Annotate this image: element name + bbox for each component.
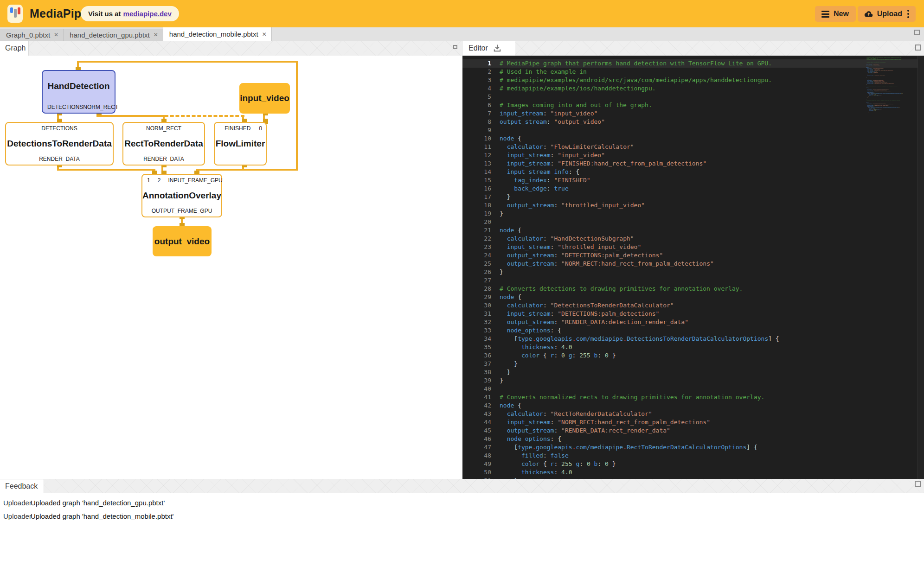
port-label: FINISHED bbox=[225, 125, 250, 132]
graph-node-output-video[interactable]: output_video bbox=[153, 226, 212, 256]
graph-node-input-video[interactable]: input_video bbox=[239, 83, 290, 114]
visit-text: Visit us at bbox=[88, 10, 121, 18]
graph-canvas[interactable]: HandDetection DETECTIONS NORM_RECT input… bbox=[0, 56, 462, 479]
editor-panel-tab[interactable]: Editor bbox=[463, 41, 515, 56]
code-editor[interactable]: 1# MediaPipe graph that performs hand de… bbox=[462, 56, 924, 479]
edge-loop-right bbox=[296, 61, 298, 171]
graph-node-hand-detection[interactable]: HandDetection DETECTIONS NORM_RECT bbox=[42, 70, 116, 114]
edge-back-edge-dashed bbox=[165, 115, 244, 117]
graph-node-flow-limiter[interactable]: FINISHED 0 FlowLimiter bbox=[214, 122, 267, 166]
graph-panel-tab[interactable]: Graph bbox=[0, 41, 29, 56]
upload-button[interactable]: Upload bbox=[858, 6, 916, 22]
port-label: DETECTIONS bbox=[41, 125, 77, 132]
close-icon[interactable]: ✕ bbox=[262, 31, 267, 38]
port-label: 0 bbox=[259, 125, 262, 132]
expand-icon[interactable] bbox=[453, 45, 457, 49]
edge-flowlimiter-out bbox=[196, 169, 298, 171]
edge-loop-top bbox=[77, 61, 298, 63]
expand-icon[interactable] bbox=[914, 30, 920, 35]
feedback-row: Uploader Uploaded graph 'hand_detection_… bbox=[0, 509, 924, 523]
close-icon[interactable]: ✕ bbox=[54, 32, 58, 38]
new-button[interactable]: New bbox=[815, 6, 856, 22]
feedback-log: Uploader Uploaded graph 'hand_detection_… bbox=[0, 493, 924, 573]
edge-norm-rect-across bbox=[96, 115, 165, 117]
feedback-message: Uploaded graph 'hand_detection_gpu.pbtxt… bbox=[31, 499, 165, 507]
port-label: 2 bbox=[158, 177, 161, 184]
feedback-message: Uploaded graph 'hand_detection_mobile.pb… bbox=[31, 512, 173, 520]
port-label: RENDER_DATA bbox=[143, 156, 184, 162]
feedback-band bbox=[0, 479, 924, 493]
port-label: 1 bbox=[147, 177, 150, 184]
visit-pill: Visit us at mediapipe.dev bbox=[81, 6, 179, 21]
app-title: MediaPipe bbox=[30, 7, 88, 20]
feedback-panel-tab[interactable]: Feedback bbox=[0, 479, 44, 493]
tab-hand-detection-mobile-pbtxt[interactable]: hand_detection_mobile.pbtxt ✕ bbox=[163, 27, 272, 41]
menu-icon bbox=[821, 9, 829, 19]
document-tab-bar: Graph_0.pbtxt ✕ hand_detection_gpu.pbtxt… bbox=[0, 27, 924, 41]
tab-hand-detection-gpu-pbtxt[interactable]: hand_detection_gpu.pbtxt ✕ bbox=[64, 29, 163, 41]
download-icon[interactable] bbox=[493, 44, 502, 53]
mediapipe-dev-link[interactable]: mediapipe.dev bbox=[123, 10, 172, 18]
port-label: OUTPUT_FRAME_GPU bbox=[152, 208, 212, 214]
feedback-source: Uploader bbox=[0, 512, 31, 520]
feedback-source: Uploader bbox=[0, 499, 31, 507]
minimap-content: # MediaPipe graph that performs hand det… bbox=[865, 57, 911, 112]
expand-icon[interactable] bbox=[915, 481, 921, 487]
graph-node-detections-to-render-data[interactable]: DETECTIONS DetectionsToRenderData RENDER… bbox=[5, 122, 114, 166]
app-bar: MediaPipe Visit us at mediapipe.dev New … bbox=[0, 0, 924, 27]
editor-minimap[interactable]: # MediaPipe graph that performs hand det… bbox=[865, 57, 916, 134]
editor-scrollbar[interactable] bbox=[918, 56, 924, 479]
more-options-icon[interactable] bbox=[907, 10, 909, 18]
port-label: DETECTIONS bbox=[47, 104, 83, 110]
close-icon[interactable]: ✕ bbox=[154, 32, 158, 38]
feedback-row: Uploader Uploaded graph 'hand_detection_… bbox=[0, 496, 924, 509]
graph-node-annotation-overlay[interactable]: 1 2 INPUT_FRAME_GPU AnnotationOverlay OU… bbox=[141, 174, 222, 217]
mediapipe-logo-icon bbox=[7, 5, 23, 23]
port-label: NORM_RECT bbox=[146, 125, 181, 132]
expand-icon[interactable] bbox=[915, 45, 921, 51]
port-label: INPUT_FRAME_GPU bbox=[168, 177, 222, 184]
tab-graph-0-pbtxt[interactable]: Graph_0.pbtxt ✕ bbox=[0, 29, 64, 41]
port-label: NORM_RECT bbox=[83, 104, 118, 110]
graph-node-rect-to-render-data[interactable]: NORM_RECT RectToRenderData RENDER_DATA bbox=[122, 122, 205, 166]
port-label: RENDER_DATA bbox=[39, 156, 80, 162]
panel-header-band bbox=[0, 41, 924, 56]
edge-render-data-1-across bbox=[57, 169, 155, 171]
cloud-upload-icon bbox=[864, 10, 873, 18]
code-lines: 1# MediaPipe graph that performs hand de… bbox=[462, 59, 924, 479]
